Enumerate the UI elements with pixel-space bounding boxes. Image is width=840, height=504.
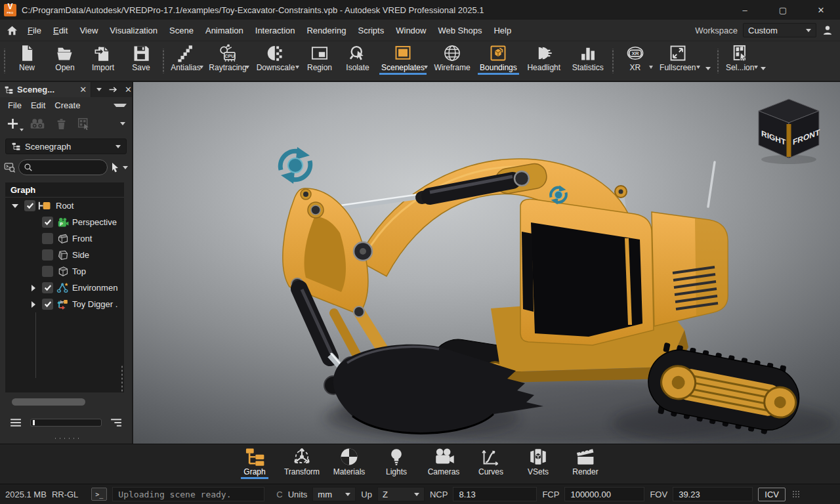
sg-menu-create[interactable]: Create xyxy=(51,100,84,110)
chevron-down-icon[interactable] xyxy=(295,66,299,69)
expand-right-icon[interactable] xyxy=(32,301,35,308)
tree-row-top[interactable]: Top xyxy=(5,263,124,280)
dock-lights[interactable]: Lights xyxy=(376,446,417,476)
sg-menu-file[interactable]: File xyxy=(4,100,26,110)
chevron-down-icon[interactable] xyxy=(705,67,711,70)
dock-materials[interactable]: Materials xyxy=(329,446,369,476)
user-icon[interactable] xyxy=(822,24,833,36)
menu-edit[interactable]: Edit xyxy=(47,26,74,35)
tree-row-environment[interactable]: Environmen xyxy=(5,280,124,296)
resize-grip[interactable] xyxy=(792,490,800,498)
isolate-button[interactable]: Isolate xyxy=(339,42,377,80)
checkbox-checked[interactable] xyxy=(24,200,35,211)
raytracing-button[interactable]: CPU Raytracing xyxy=(205,42,251,80)
menu-window[interactable]: Window xyxy=(390,26,432,35)
tree-resize-grip[interactable] xyxy=(121,365,123,392)
toolbar-divider[interactable] xyxy=(162,49,165,74)
selection-button[interactable]: Sel...ion xyxy=(721,42,759,80)
tree-row-front[interactable]: Front xyxy=(5,230,124,247)
save-button[interactable]: Save xyxy=(122,42,160,80)
fullscreen-button[interactable]: Fullscreen xyxy=(654,42,702,80)
chevron-down-icon[interactable] xyxy=(123,166,128,169)
headlight-button[interactable]: Headlight xyxy=(522,42,566,80)
dock-vsets[interactable]: VSets xyxy=(518,446,558,476)
menu-scripts[interactable]: Scripts xyxy=(352,26,390,35)
panel-close-icon[interactable]: ✕ xyxy=(125,85,132,94)
chevron-down-icon[interactable] xyxy=(120,122,125,125)
ncp-input[interactable]: 8.13 xyxy=(453,487,537,501)
icv-button[interactable]: ICV xyxy=(758,488,786,501)
antialias-button[interactable]: Antialias xyxy=(167,42,205,80)
menu-web-shops[interactable]: Web Shops xyxy=(432,26,488,35)
chevron-down-icon[interactable] xyxy=(696,66,700,69)
depth-slider[interactable] xyxy=(30,419,102,427)
maximize-button[interactable]: ▢ xyxy=(764,0,802,20)
scenegraph-combo[interactable]: Scenegraph xyxy=(5,138,127,154)
fcp-input[interactable]: 100000.00 xyxy=(564,487,644,501)
menu-visualization[interactable]: Visualization xyxy=(104,26,163,35)
tab-scenegraph[interactable]: Sceneg... ✕ xyxy=(0,82,91,97)
wireframe-button[interactable]: Wireframe xyxy=(429,42,475,80)
rotate-constraint-icon[interactable] xyxy=(280,147,310,184)
chevron-down-icon[interactable] xyxy=(245,66,249,69)
sg-menu-edit[interactable]: Edit xyxy=(27,100,49,110)
chevron-down-icon[interactable] xyxy=(754,66,758,69)
clone-icon[interactable] xyxy=(30,118,45,130)
menu-rendering[interactable]: Rendering xyxy=(301,26,352,35)
menu-scene[interactable]: Scene xyxy=(163,26,200,35)
search-input[interactable] xyxy=(18,159,108,175)
checkbox-checked[interactable] xyxy=(42,299,53,310)
chevron-down-icon[interactable] xyxy=(761,67,766,70)
slider-handle[interactable] xyxy=(33,420,35,425)
dock-graph[interactable]: Graph xyxy=(234,446,275,479)
toolbar-divider[interactable] xyxy=(612,49,614,74)
units-select[interactable]: mm xyxy=(312,487,356,501)
fov-input[interactable]: 39.23 xyxy=(673,487,753,501)
chevron-down-icon[interactable] xyxy=(114,104,127,107)
checkbox-unchecked[interactable] xyxy=(42,233,53,244)
indent-levels-icon[interactable] xyxy=(110,418,123,427)
terminal-button[interactable]: >_ xyxy=(91,488,107,501)
home-icon[interactable] xyxy=(7,26,18,35)
boundings-button[interactable]: Boundings xyxy=(475,42,522,80)
add-node-button[interactable] xyxy=(7,117,19,130)
toolbar-divider[interactable] xyxy=(717,49,719,74)
tree-row-toy-digger[interactable]: Toy Digger . xyxy=(5,296,124,312)
checkbox-unchecked[interactable] xyxy=(42,249,53,261)
checkbox-checked[interactable] xyxy=(42,217,53,228)
downscale-button[interactable]: Downscale xyxy=(251,42,301,80)
pick-cursor-icon[interactable] xyxy=(110,162,120,173)
new-button[interactable]: New xyxy=(8,42,46,80)
list-menu-icon[interactable] xyxy=(9,418,22,427)
chevron-down-icon[interactable] xyxy=(424,66,428,69)
tab-close-icon[interactable]: ✕ xyxy=(79,85,87,94)
menu-view[interactable]: View xyxy=(74,26,104,35)
tree-row-root[interactable]: Root xyxy=(5,198,124,214)
close-button[interactable]: ✕ xyxy=(802,0,840,20)
horizontal-scrollbar[interactable] xyxy=(12,398,85,406)
expand-right-icon[interactable] xyxy=(32,285,35,291)
tree-row-side[interactable]: Side xyxy=(5,247,124,263)
up-axis-select[interactable]: Z xyxy=(377,487,425,501)
dock-transform[interactable]: Transform xyxy=(282,446,322,476)
tree-row-perspective[interactable]: P Perspective xyxy=(5,214,124,230)
dock-render[interactable]: Render xyxy=(565,446,606,476)
menu-animation[interactable]: Animation xyxy=(200,26,249,35)
expand-down-icon[interactable] xyxy=(12,204,18,208)
xr-button[interactable]: XR XR xyxy=(616,42,654,80)
select-nodes-icon[interactable] xyxy=(77,117,90,130)
import-button[interactable]: Import xyxy=(84,42,122,80)
workspace-select[interactable]: Custom xyxy=(743,23,816,37)
toolbar-divider[interactable] xyxy=(3,49,6,74)
menu-interaction[interactable]: Interaction xyxy=(249,26,301,35)
sceneplates-button[interactable]: Sceneplates xyxy=(377,42,429,80)
delete-icon[interactable] xyxy=(56,117,67,130)
panel-menu-chevron-icon[interactable] xyxy=(96,88,102,91)
undock-arrow-icon[interactable] xyxy=(108,86,118,93)
minimize-button[interactable]: – xyxy=(726,0,764,20)
dock-curves[interactable]: Curves xyxy=(471,446,511,476)
panel-drag-dots[interactable] xyxy=(53,437,79,440)
menu-file[interactable]: File xyxy=(22,26,47,35)
chevron-down-icon[interactable] xyxy=(200,66,203,69)
view-cube[interactable]: RIGHT FRONT xyxy=(749,95,828,165)
